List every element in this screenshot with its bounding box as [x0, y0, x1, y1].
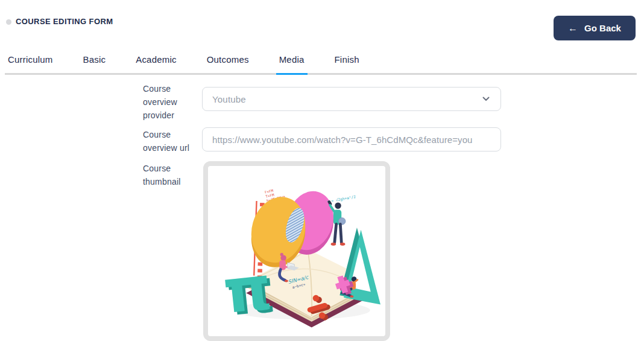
tab-basic[interactable]: Basic	[80, 51, 109, 75]
svg-text:π: π	[220, 252, 275, 328]
arrow-left-icon: ←	[568, 24, 578, 33]
course-thumbnail-preview: F×FM T×FM h=3T+6M/t v = √2gh+a²/2 SIN≈a/…	[203, 161, 390, 341]
tab-finish[interactable]: Finish	[332, 51, 362, 75]
tab-academic[interactable]: Academic	[133, 51, 179, 75]
go-back-label: Go Back	[584, 23, 621, 33]
pi-symbol: π π	[220, 252, 278, 330]
course-overview-url-input[interactable]	[202, 127, 501, 151]
tab-curriculum[interactable]: Curriculum	[5, 51, 56, 75]
page-title: COURSE EDITING FORM	[16, 17, 113, 26]
course-overview-provider-select[interactable]: Youtube	[202, 87, 501, 111]
status-dot-icon	[6, 19, 11, 25]
course-overview-url-label: Course overview url	[143, 128, 201, 155]
course-overview-provider-label: Course overview provider	[143, 82, 201, 122]
chevron-down-icon	[482, 97, 490, 101]
course-editing-page: COURSE EDITING FORM ← Go Back Curriculum…	[0, 0, 644, 341]
tab-media[interactable]: Media	[276, 51, 308, 75]
tab-outcomes[interactable]: Outcomes	[204, 51, 252, 75]
go-back-button[interactable]: ← Go Back	[554, 16, 636, 40]
provider-selected-value: Youtube	[212, 94, 482, 104]
form-step-tabs: Curriculum Basic Academic Outcomes Media…	[5, 51, 637, 75]
math-book-illustration: F×FM T×FM h=3T+6M/t v = √2gh+a²/2 SIN≈a/…	[210, 168, 383, 334]
course-thumbnail-label: Course thumbnail	[143, 162, 201, 188]
